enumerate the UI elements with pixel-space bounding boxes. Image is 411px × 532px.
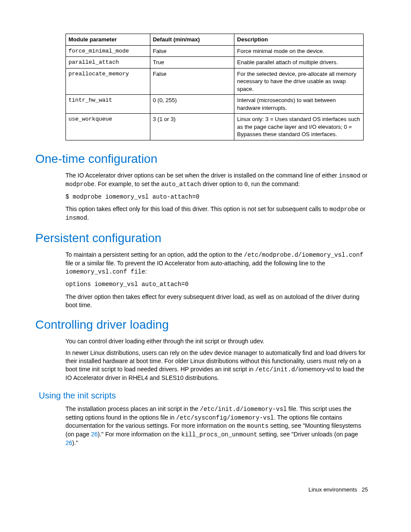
cell-desc: Linux only: 3 = Uses standard OS interfa… [234,114,364,140]
heading-persistent-configuration: Persistent configuration [35,230,376,246]
module-params-table: Module parameter Default (min/max) Descr… [65,34,364,140]
table-row: preallocate_memoryFalseFor the selected … [66,68,364,95]
cell-param: preallocate_memory [66,68,150,95]
persistent-cmd: options iomemory_vsl auto_attach=0 [65,280,368,289]
page-footer: Linux environments 25 [35,486,376,494]
heading-using-init-scripts: Using the init scripts [39,390,376,401]
cell-param: tintr_hw_wait [66,95,150,114]
cell-desc: For the selected device, pre-allocate al… [234,68,364,95]
controlling-body: You can control driver loading either th… [65,337,368,382]
cell-desc: Interval (microseconds) to wait between … [234,95,364,114]
persistent-p2: The driver option then takes effect for … [65,293,368,309]
cell-default: False [150,68,234,95]
initscripts-body: The installation process places an init … [65,405,368,447]
table-row: tintr_hw_wait0 (0, 255)Interval (microse… [66,95,364,114]
heading-one-time-configuration: One-time configuration [35,151,376,167]
cell-default: True [150,57,234,68]
heading-controlling-driver-loading: Controlling driver loading [35,317,376,333]
cell-default: False [150,45,234,57]
table-row: use_workqueue3 (1 or 3)Linux only: 3 = U… [66,114,364,140]
cell-default: 0 (0, 255) [150,95,234,114]
initscripts-p1: The installation process places an init … [65,405,368,447]
onetime-body: The IO Accelerator driver options can be… [65,171,368,222]
controlling-p1: You can control driver loading either th… [65,337,368,345]
onetime-p2: This option takes effect only for this l… [65,205,368,222]
persistent-p1: To maintain a persistent setting for an … [65,251,368,276]
cell-default: 3 (1 or 3) [150,114,234,140]
cell-param: parallel_attach [66,57,150,68]
cell-param: use_workqueue [66,114,150,140]
th-default: Default (min/max) [150,34,234,46]
page-link-26a[interactable]: 26 [91,431,98,438]
table-row: parallel_attachTrueEnable parallel attac… [66,57,364,68]
controlling-p2: In newer Linux distributions, users can … [65,349,368,382]
persistent-body: To maintain a persistent setting for an … [65,251,368,309]
th-desc: Description [234,34,364,46]
cell-param: force_minimal_mode [66,45,150,57]
cell-desc: Force minimal mode on the device. [234,45,364,57]
onetime-cmd: $ modprobe iomemory_vsl auto-attach=0 [65,193,368,201]
table-row: force_minimal_modeFalseForce minimal mod… [66,45,364,57]
th-param: Module parameter [66,34,150,46]
page-link-26b[interactable]: 26 [65,439,72,446]
onetime-p1: The IO Accelerator driver options can be… [65,171,368,189]
footer-label: Linux environments [308,486,357,493]
cell-desc: Enable parallel attach of multiple drive… [234,57,364,68]
footer-page: 25 [362,486,368,493]
